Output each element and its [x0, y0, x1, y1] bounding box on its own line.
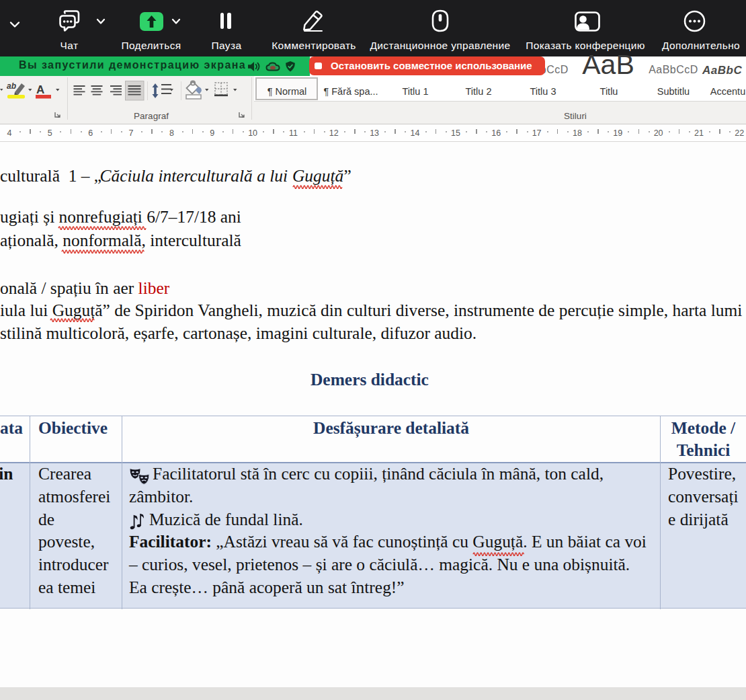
svg-text:ab: ab — [7, 81, 16, 91]
svg-text:A: A — [36, 83, 44, 96]
